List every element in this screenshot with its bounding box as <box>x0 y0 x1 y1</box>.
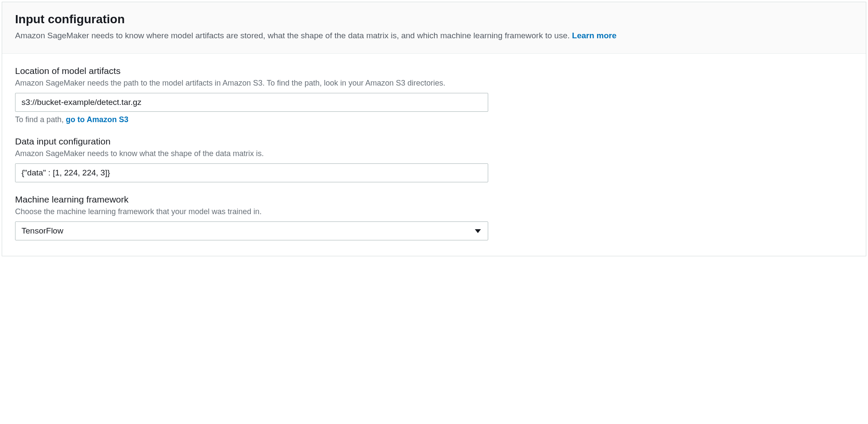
artifacts-hint: Amazon SageMaker needs the path to the m… <box>15 78 853 89</box>
panel-body: Location of model artifacts Amazon SageM… <box>2 54 866 256</box>
go-to-s3-link[interactable]: go to Amazon S3 <box>66 115 128 124</box>
framework-select[interactable]: TensorFlow <box>15 221 488 240</box>
framework-select-wrapper: TensorFlow <box>15 221 488 240</box>
artifacts-field-group: Location of model artifacts Amazon SageM… <box>15 66 853 124</box>
framework-hint: Choose the machine learning framework th… <box>15 206 853 217</box>
data-input-label: Data input configuration <box>15 136 853 147</box>
panel-header: Input configuration Amazon SageMaker nee… <box>2 2 866 54</box>
panel-description: Amazon SageMaker needs to know where mod… <box>15 30 853 42</box>
data-input-field-group: Data input configuration Amazon SageMake… <box>15 136 853 182</box>
framework-selected-value: TensorFlow <box>22 226 63 236</box>
artifacts-help-prefix: To find a path, <box>15 115 66 124</box>
panel-title: Input configuration <box>15 12 853 26</box>
panel-description-text: Amazon SageMaker needs to know where mod… <box>15 31 572 40</box>
learn-more-link[interactable]: Learn more <box>572 31 616 40</box>
data-input-hint: Amazon SageMaker needs to know what the … <box>15 148 853 159</box>
artifacts-label: Location of model artifacts <box>15 66 853 76</box>
artifacts-input[interactable] <box>15 93 488 112</box>
data-input-input[interactable] <box>15 163 488 182</box>
framework-label: Machine learning framework <box>15 194 853 205</box>
framework-field-group: Machine learning framework Choose the ma… <box>15 194 853 240</box>
input-configuration-panel: Input configuration Amazon SageMaker nee… <box>2 2 866 256</box>
artifacts-help: To find a path, go to Amazon S3 <box>15 115 853 124</box>
